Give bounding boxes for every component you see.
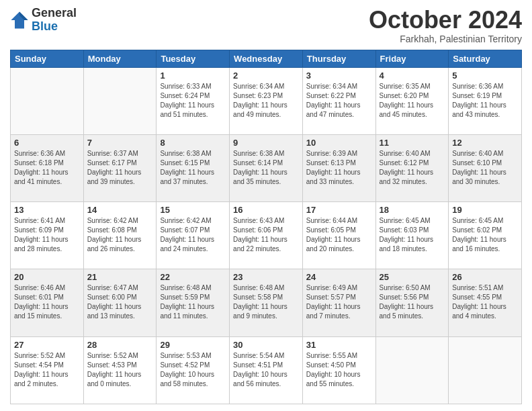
- calendar-day-cell: 13Sunrise: 6:41 AM Sunset: 6:09 PM Dayli…: [11, 202, 84, 269]
- day-number: 12: [452, 138, 518, 148]
- calendar-day-cell: 6Sunrise: 6:36 AM Sunset: 6:18 PM Daylig…: [11, 134, 84, 201]
- calendar-day-cell: 28Sunrise: 5:52 AM Sunset: 4:53 PM Dayli…: [83, 336, 157, 404]
- header: General Blue October 2024 Farkhah, Pales…: [10, 7, 522, 44]
- day-number: 9: [233, 138, 299, 148]
- calendar-day-cell: 21Sunrise: 6:47 AM Sunset: 6:00 PM Dayli…: [83, 269, 157, 336]
- day-number: 24: [306, 272, 372, 282]
- day-number: 8: [160, 138, 226, 148]
- day-info: Sunrise: 6:48 AM Sunset: 5:58 PM Dayligh…: [233, 283, 299, 321]
- calendar-day-cell: 25Sunrise: 6:50 AM Sunset: 5:56 PM Dayli…: [375, 269, 449, 336]
- day-info: Sunrise: 5:53 AM Sunset: 4:52 PM Dayligh…: [160, 351, 226, 389]
- day-info: Sunrise: 6:39 AM Sunset: 6:13 PM Dayligh…: [306, 149, 372, 187]
- day-header-tuesday: Tuesday: [157, 50, 230, 67]
- day-info: Sunrise: 6:38 AM Sunset: 6:15 PM Dayligh…: [160, 149, 226, 187]
- calendar-day-cell: 5Sunrise: 6:36 AM Sunset: 6:19 PM Daylig…: [449, 67, 522, 134]
- calendar-day-cell: 15Sunrise: 6:42 AM Sunset: 6:07 PM Dayli…: [157, 202, 230, 269]
- day-number: 27: [14, 340, 80, 350]
- calendar-day-cell: 4Sunrise: 6:35 AM Sunset: 6:20 PM Daylig…: [375, 67, 449, 134]
- calendar-header-row: SundayMondayTuesdayWednesdayThursdayFrid…: [11, 50, 522, 67]
- day-number: 7: [87, 138, 153, 148]
- day-header-monday: Monday: [83, 50, 157, 67]
- calendar-day-cell: 10Sunrise: 6:39 AM Sunset: 6:13 PM Dayli…: [302, 134, 375, 201]
- logo-text: General Blue: [32, 7, 77, 34]
- day-info: Sunrise: 6:44 AM Sunset: 6:05 PM Dayligh…: [306, 216, 372, 254]
- day-number: 11: [380, 138, 445, 148]
- calendar-day-cell: 24Sunrise: 6:49 AM Sunset: 5:57 PM Dayli…: [302, 269, 375, 336]
- logo-blue-text: Blue: [32, 20, 77, 34]
- calendar-day-cell: 23Sunrise: 6:48 AM Sunset: 5:58 PM Dayli…: [230, 269, 303, 336]
- day-info: Sunrise: 6:40 AM Sunset: 6:12 PM Dayligh…: [380, 149, 445, 187]
- day-info: Sunrise: 6:47 AM Sunset: 6:00 PM Dayligh…: [87, 283, 153, 321]
- calendar-day-cell: 20Sunrise: 6:46 AM Sunset: 6:01 PM Dayli…: [11, 269, 84, 336]
- calendar-day-cell: 17Sunrise: 6:44 AM Sunset: 6:05 PM Dayli…: [302, 202, 375, 269]
- day-number: 13: [14, 205, 80, 215]
- day-info: Sunrise: 6:40 AM Sunset: 6:10 PM Dayligh…: [452, 149, 518, 187]
- day-number: 18: [380, 205, 445, 215]
- calendar-day-cell: 14Sunrise: 6:42 AM Sunset: 6:08 PM Dayli…: [83, 202, 157, 269]
- day-number: 30: [233, 340, 299, 350]
- calendar-day-cell: 8Sunrise: 6:38 AM Sunset: 6:15 PM Daylig…: [157, 134, 230, 201]
- title-section: October 2024 Farkhah, Palestinian Territ…: [369, 7, 522, 44]
- day-number: 5: [452, 71, 518, 81]
- day-number: 19: [452, 205, 518, 215]
- day-info: Sunrise: 5:52 AM Sunset: 4:53 PM Dayligh…: [87, 351, 153, 389]
- day-info: Sunrise: 6:41 AM Sunset: 6:09 PM Dayligh…: [14, 216, 80, 254]
- day-number: 2: [233, 71, 299, 81]
- day-number: 20: [14, 272, 80, 282]
- day-info: Sunrise: 6:36 AM Sunset: 6:18 PM Dayligh…: [14, 149, 80, 187]
- day-header-friday: Friday: [375, 50, 449, 67]
- day-info: Sunrise: 5:52 AM Sunset: 4:54 PM Dayligh…: [14, 351, 80, 389]
- calendar-week-row: 27Sunrise: 5:52 AM Sunset: 4:54 PM Dayli…: [11, 336, 522, 404]
- day-info: Sunrise: 5:55 AM Sunset: 4:50 PM Dayligh…: [306, 351, 372, 389]
- day-number: 29: [160, 340, 226, 350]
- day-info: Sunrise: 6:35 AM Sunset: 6:20 PM Dayligh…: [380, 82, 445, 120]
- calendar-day-cell: 9Sunrise: 6:38 AM Sunset: 6:14 PM Daylig…: [230, 134, 303, 201]
- day-info: Sunrise: 6:48 AM Sunset: 5:59 PM Dayligh…: [160, 283, 226, 321]
- logo-general-text: General: [32, 7, 77, 20]
- day-info: Sunrise: 6:42 AM Sunset: 6:08 PM Dayligh…: [87, 216, 153, 254]
- day-number: 3: [306, 71, 372, 81]
- logo-icon: [10, 11, 29, 30]
- day-info: Sunrise: 6:36 AM Sunset: 6:19 PM Dayligh…: [452, 82, 518, 120]
- page: General Blue October 2024 Farkhah, Pales…: [0, 0, 532, 411]
- day-number: 17: [306, 205, 372, 215]
- day-info: Sunrise: 6:50 AM Sunset: 5:56 PM Dayligh…: [380, 283, 445, 321]
- calendar-day-cell: [375, 336, 449, 404]
- calendar-week-row: 1Sunrise: 6:33 AM Sunset: 6:24 PM Daylig…: [11, 67, 522, 134]
- day-number: 26: [452, 272, 518, 282]
- calendar-day-cell: 31Sunrise: 5:55 AM Sunset: 4:50 PM Dayli…: [302, 336, 375, 404]
- calendar-week-row: 13Sunrise: 6:41 AM Sunset: 6:09 PM Dayli…: [11, 202, 522, 269]
- calendar-day-cell: [449, 336, 522, 404]
- calendar-day-cell: 29Sunrise: 5:53 AM Sunset: 4:52 PM Dayli…: [157, 336, 230, 404]
- day-header-wednesday: Wednesday: [230, 50, 303, 67]
- calendar-week-row: 6Sunrise: 6:36 AM Sunset: 6:18 PM Daylig…: [11, 134, 522, 201]
- day-number: 25: [380, 272, 445, 282]
- day-number: 22: [160, 272, 226, 282]
- day-number: 14: [87, 205, 153, 215]
- calendar-day-cell: 30Sunrise: 5:54 AM Sunset: 4:51 PM Dayli…: [230, 336, 303, 404]
- day-header-saturday: Saturday: [449, 50, 522, 67]
- calendar-day-cell: 22Sunrise: 6:48 AM Sunset: 5:59 PM Dayli…: [157, 269, 230, 336]
- day-info: Sunrise: 6:49 AM Sunset: 5:57 PM Dayligh…: [306, 283, 372, 321]
- day-number: 23: [233, 272, 299, 282]
- calendar-day-cell: [83, 67, 157, 134]
- calendar-day-cell: 11Sunrise: 6:40 AM Sunset: 6:12 PM Dayli…: [375, 134, 449, 201]
- day-number: 10: [306, 138, 372, 148]
- location: Farkhah, Palestinian Territory: [369, 34, 522, 44]
- calendar-day-cell: 3Sunrise: 6:34 AM Sunset: 6:22 PM Daylig…: [302, 67, 375, 134]
- calendar-day-cell: 7Sunrise: 6:37 AM Sunset: 6:17 PM Daylig…: [83, 134, 157, 201]
- calendar-day-cell: 2Sunrise: 6:34 AM Sunset: 6:23 PM Daylig…: [230, 67, 303, 134]
- calendar-day-cell: 12Sunrise: 6:40 AM Sunset: 6:10 PM Dayli…: [449, 134, 522, 201]
- day-number: 4: [380, 71, 445, 81]
- day-info: Sunrise: 6:34 AM Sunset: 6:23 PM Dayligh…: [233, 82, 299, 120]
- logo: General Blue: [10, 7, 77, 34]
- calendar-week-row: 20Sunrise: 6:46 AM Sunset: 6:01 PM Dayli…: [11, 269, 522, 336]
- month-title: October 2024: [369, 7, 522, 34]
- day-info: Sunrise: 6:46 AM Sunset: 6:01 PM Dayligh…: [14, 283, 80, 321]
- calendar-day-cell: 16Sunrise: 6:43 AM Sunset: 6:06 PM Dayli…: [230, 202, 303, 269]
- day-header-sunday: Sunday: [11, 50, 84, 67]
- day-header-thursday: Thursday: [302, 50, 375, 67]
- day-info: Sunrise: 6:42 AM Sunset: 6:07 PM Dayligh…: [160, 216, 226, 254]
- calendar-table: SundayMondayTuesdayWednesdayThursdayFrid…: [10, 50, 522, 404]
- calendar-day-cell: [11, 67, 84, 134]
